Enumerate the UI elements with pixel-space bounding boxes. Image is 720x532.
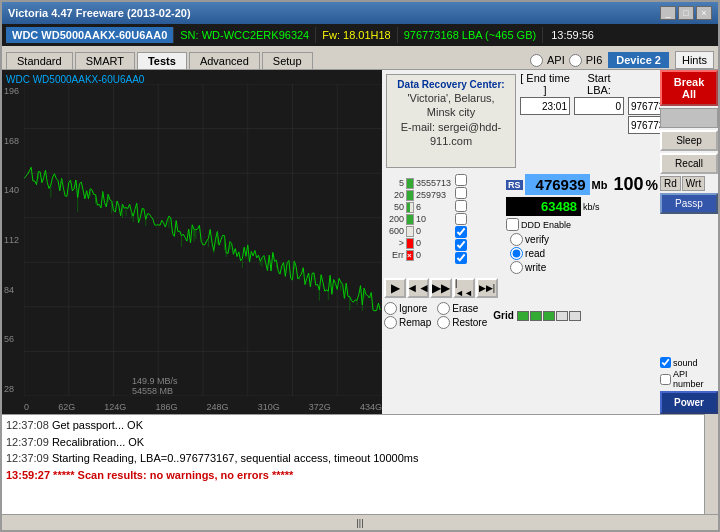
grid-block-5 — [569, 311, 581, 321]
api-number-label: API number — [673, 369, 718, 389]
ignore-radio[interactable] — [384, 302, 397, 315]
erase-label: Erase — [452, 303, 478, 314]
scan-check-5[interactable] — [455, 174, 467, 186]
play-button[interactable]: ▶ — [384, 278, 406, 298]
device-button[interactable]: Device 2 — [608, 52, 669, 68]
scan-bar-600 — [406, 226, 414, 237]
graph-canvas — [24, 84, 382, 396]
scan-check-600[interactable] — [455, 226, 467, 238]
remap-row: Remap — [384, 316, 431, 329]
remap-label: Remap — [399, 317, 431, 328]
lba-max-input[interactable] — [628, 97, 660, 115]
lba-end-input[interactable] — [628, 116, 660, 134]
power-button[interactable]: Power — [660, 391, 718, 414]
scan-check-200[interactable] — [455, 213, 467, 225]
read-label: read — [525, 248, 545, 259]
log-scrollbar[interactable] — [704, 414, 718, 514]
max-label: MAX — [628, 72, 660, 96]
scan-bars-col: 5 3555713 20 259793 — [384, 174, 504, 274]
passp-button[interactable]: Passp — [660, 193, 718, 214]
speed-row: 63488 kb/s — [506, 197, 658, 216]
restore-radio[interactable] — [437, 316, 450, 329]
y-label-168: 168 — [4, 136, 19, 146]
transport-row: ▶ ◄◄ ▶▶ |◄◄ ▶▶| — [382, 276, 660, 300]
scan-label-200: 200 — [384, 214, 404, 224]
y-label-56: 56 — [4, 334, 19, 344]
start-lba-input[interactable] — [574, 97, 624, 115]
system-time: 13:59:56 — [542, 27, 602, 43]
close-button[interactable]: × — [696, 6, 712, 20]
remap-radio[interactable] — [384, 316, 397, 329]
hints-button[interactable]: Hints — [675, 51, 714, 69]
scan-row-5: 5 3555713 — [384, 178, 451, 189]
scan-check-50[interactable] — [455, 200, 467, 212]
middle-section: 5 3555713 20 259793 — [382, 172, 660, 276]
read-radio[interactable] — [510, 247, 523, 260]
rewind-button[interactable]: ◄◄ — [407, 278, 429, 298]
log-line-2: 12:37:09 Recalibration... OK — [6, 434, 700, 451]
grid-blocks — [517, 311, 581, 321]
drc-box: Data Recovery Center: 'Victoria', Belaru… — [386, 74, 516, 168]
write-radio[interactable] — [510, 261, 523, 274]
write-row: write — [510, 261, 658, 274]
lba-info: 976773168 LBA (~465 GB) — [397, 27, 542, 43]
rd-button[interactable]: Rd — [660, 176, 681, 191]
scan-count-err: 0 — [416, 250, 421, 260]
input-row2 — [520, 116, 660, 134]
top-controls: Data Recovery Center: 'Victoria', Belaru… — [382, 70, 660, 172]
scan-row-50: 50 6 — [384, 202, 451, 213]
write-label: write — [525, 262, 546, 273]
skip-back-button[interactable]: ▶▶| — [476, 278, 498, 298]
end-time-label: [ End time ] — [520, 72, 570, 96]
restore-label: Restore — [452, 317, 487, 328]
maximize-button[interactable]: □ — [678, 6, 694, 20]
tab-tests[interactable]: Tests — [137, 52, 187, 69]
y-axis: 196 168 140 112 84 56 28 — [4, 86, 19, 394]
erase-radio[interactable] — [437, 302, 450, 315]
scan-label-gt: > — [384, 238, 404, 248]
status-bar: ||| — [2, 514, 718, 530]
scan-bar-5 — [406, 178, 414, 189]
tab-setup[interactable]: Setup — [262, 52, 313, 69]
tab-smart[interactable]: SMART — [75, 52, 135, 69]
scan-bar-err: × — [406, 250, 414, 261]
ddd-enable-checkbox[interactable] — [506, 218, 519, 231]
drive-info[interactable]: WDC WD5000AAKX-60U6AA0 — [6, 27, 173, 43]
log-line-1: 12:37:08 Get passport... OK — [6, 417, 700, 434]
fast-forward-button[interactable]: ▶▶ — [430, 278, 452, 298]
y-label-112: 112 — [4, 235, 19, 245]
scan-row-err: Err × 0 — [384, 250, 451, 261]
log-text-4: ***** Scan results: no warnings, no erro… — [53, 469, 293, 481]
scan-check-20[interactable] — [455, 187, 467, 199]
sound-checkbox[interactable] — [660, 357, 671, 368]
recall-button[interactable]: Recall — [660, 153, 718, 174]
percent-unit: % — [646, 177, 658, 193]
tab-advanced[interactable]: Advanced — [189, 52, 260, 69]
verify-radio[interactable] — [510, 233, 523, 246]
log-container: 12:37:08 Get passport... OK 12:37:09 Rec… — [2, 414, 718, 514]
scan-check-gt[interactable] — [455, 239, 467, 251]
api-checkbox[interactable] — [660, 374, 671, 385]
drc-line2: E-mail: sergei@hdd-911.com — [393, 120, 509, 149]
transport-buttons: ▶ ◄◄ ▶▶ |◄◄ ▶▶| — [384, 278, 498, 298]
percent-display: 100 — [614, 174, 644, 195]
log-line-4: 13:59:27 ***** Scan results: no warnings… — [6, 467, 700, 484]
api-row: API number — [660, 369, 718, 389]
tab-standard[interactable]: Standard — [6, 52, 73, 69]
skip-forward-button[interactable]: |◄◄ — [453, 278, 475, 298]
pi6-radio[interactable] — [569, 54, 582, 67]
drc-line1: 'Victoria', Belarus, Minsk city — [393, 91, 509, 120]
scan-count-20: 259793 — [416, 190, 446, 200]
wrt-button[interactable]: Wrt — [682, 176, 705, 191]
minimize-button[interactable]: _ — [660, 6, 676, 20]
api-radio[interactable] — [530, 54, 543, 67]
end-time-input[interactable] — [520, 97, 570, 115]
log-scroll: 12:37:08 Get passport... OK 12:37:09 Rec… — [2, 414, 704, 514]
verify-label: verify — [525, 234, 549, 245]
sleep-button[interactable]: Sleep — [660, 130, 718, 151]
grid-block-3 — [543, 311, 555, 321]
scan-label-20: 20 — [384, 190, 404, 200]
read-row: read — [510, 247, 658, 260]
scan-check-err[interactable] — [455, 252, 467, 264]
break-all-button[interactable]: BreakAll — [660, 70, 718, 106]
